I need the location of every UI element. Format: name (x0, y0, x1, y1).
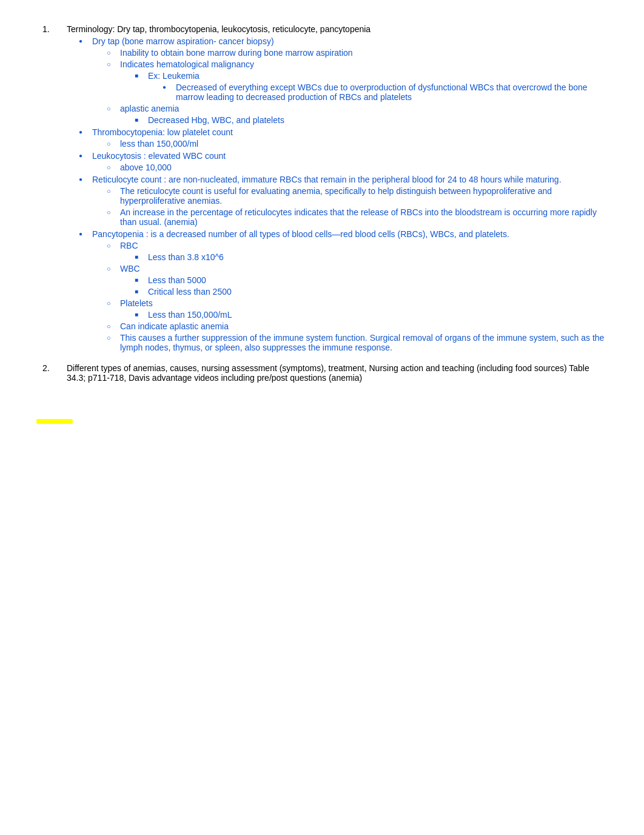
list-item-platelets: Platelets Less than 150,000/mL (107, 298, 608, 320)
thrombocytopenia-label: Thrombocytopenia: low platelet count (92, 127, 233, 137)
wbc-label: WBC (120, 264, 140, 273)
list-item-decreased-hbg: Decreased Hbg, WBC, and platelets (135, 115, 608, 125)
above-10000-label: above 10,000 (120, 163, 172, 172)
list-item-less-150000: Less than 150,000/mL (135, 310, 608, 320)
wbc-children: Less than 5000 Critical less than 2500 (120, 275, 608, 297)
platelets-children: Less than 150,000/mL (120, 310, 608, 320)
item-1-title: Terminology: Dry tap, thrombocytopenia, … (67, 24, 371, 34)
list-item-1: Terminology: Dry tap, thrombocytopenia, … (49, 24, 608, 352)
bullet-l1-group: Dry tap (bone marrow aspiration- cancer … (67, 36, 608, 352)
list-item-can-indicate: Can indicate aplastic anemia (107, 321, 608, 331)
leukocytosis-label: Leukocytosis : elevated WBC count (92, 151, 226, 161)
list-item-critical-2500: Critical less than 2500 (135, 287, 608, 297)
rbc-children: Less than 3.8 x10^6 (120, 252, 608, 262)
reticulocyte-children: The reticulocyte count is useful for eva… (92, 186, 608, 227)
list-item-less-3-8: Less than 3.8 x10^6 (135, 252, 608, 262)
item-2-title: Different types of anemias, causes, nurs… (67, 363, 589, 383)
thrombocytopenia-children: less than 150,000/ml (92, 139, 608, 149)
causes-suppression-label: This causes a further suppression of the… (120, 333, 604, 352)
leukemia-children: Decreased of everything except WBCs due … (148, 82, 608, 102)
pancytopenia-label: Pancytopenia : is a decreased number of … (92, 229, 509, 239)
list-item-above-10000: above 10,000 (107, 163, 608, 172)
aplastic-children: Decreased Hbg, WBC, and platelets (120, 115, 608, 125)
decreased-label: Decreased of everything except WBCs due … (176, 82, 588, 102)
less-150000-label: Less than 150,000/mL (148, 310, 232, 320)
leukemia-label: Ex: Leukemia (148, 71, 200, 81)
inability-label: Inability to obtain bone marrow during b… (120, 48, 353, 58)
critical-2500-label: Critical less than 2500 (148, 287, 232, 297)
list-item-wbc: WBC Less than 5000 Critical less than 25… (107, 264, 608, 297)
list-item-leukemia: Ex: Leukemia Decreased of everything exc… (135, 71, 608, 102)
pancytopenia-children: RBC Less than 3.8 x10^6 WBC Less than 5 (92, 241, 608, 352)
list-item-hematological: Indicates hematological malignancy Ex: L… (107, 59, 608, 102)
aplastic-label: aplastic anemia (120, 104, 179, 113)
list-item-inability: Inability to obtain bone marrow during b… (107, 48, 608, 58)
bottom-highlight-area (36, 419, 608, 424)
hematological-label: Indicates hematological malignancy (120, 59, 254, 69)
list-item-pancytopenia: Pancytopenia : is a decreased number of … (79, 229, 608, 352)
hematological-children: Ex: Leukemia Decreased of everything exc… (120, 71, 608, 102)
list-item-less-5000: Less than 5000 (135, 275, 608, 285)
leukocytosis-children: above 10,000 (92, 163, 608, 172)
list-item-less-150: less than 150,000/ml (107, 139, 608, 149)
reticulocyte-increase-label: An increase in the percentage of reticul… (120, 207, 597, 227)
less-5000-label: Less than 5000 (148, 275, 206, 285)
can-indicate-label: Can indicate aplastic anemia (120, 321, 229, 331)
highlight-bar-1 (36, 419, 73, 424)
list-item-causes-suppression: This causes a further suppression of the… (107, 333, 608, 352)
less-150-label: less than 150,000/ml (120, 139, 198, 149)
reticulocyte-useful-label: The reticulocyte count is useful for eva… (120, 186, 552, 206)
list-item-leukocytosis: Leukocytosis : elevated WBC count above … (79, 151, 608, 172)
list-item-dry-tap: Dry tap (bone marrow aspiration- cancer … (79, 36, 608, 125)
main-list: Terminology: Dry tap, thrombocytopenia, … (36, 24, 608, 383)
list-item-reticulocyte-increase: An increase in the percentage of reticul… (107, 207, 608, 227)
list-item-reticulocyte: Reticulocyte count : are non-nucleated, … (79, 175, 608, 227)
dry-tap-label: Dry tap (bone marrow aspiration- cancer … (92, 36, 274, 46)
rbc-label: RBC (120, 241, 138, 250)
less-3-8-label: Less than 3.8 x10^6 (148, 252, 224, 262)
reticulocyte-label: Reticulocyte count : are non-nucleated, … (92, 175, 562, 184)
list-item-aplastic: aplastic anemia Decreased Hbg, WBC, and … (107, 104, 608, 125)
platelets-label: Platelets (120, 298, 153, 308)
list-item-2: Different types of anemias, causes, nurs… (49, 363, 608, 383)
list-item-decreased: Decreased of everything except WBCs due … (163, 82, 608, 102)
list-item-reticulocyte-useful: The reticulocyte count is useful for eva… (107, 186, 608, 206)
decreased-hbg-label: Decreased Hbg, WBC, and platelets (148, 115, 284, 125)
list-item-rbc: RBC Less than 3.8 x10^6 (107, 241, 608, 262)
dry-tap-children: Inability to obtain bone marrow during b… (92, 48, 608, 125)
list-item-thrombocytopenia: Thrombocytopenia: low platelet count les… (79, 127, 608, 149)
